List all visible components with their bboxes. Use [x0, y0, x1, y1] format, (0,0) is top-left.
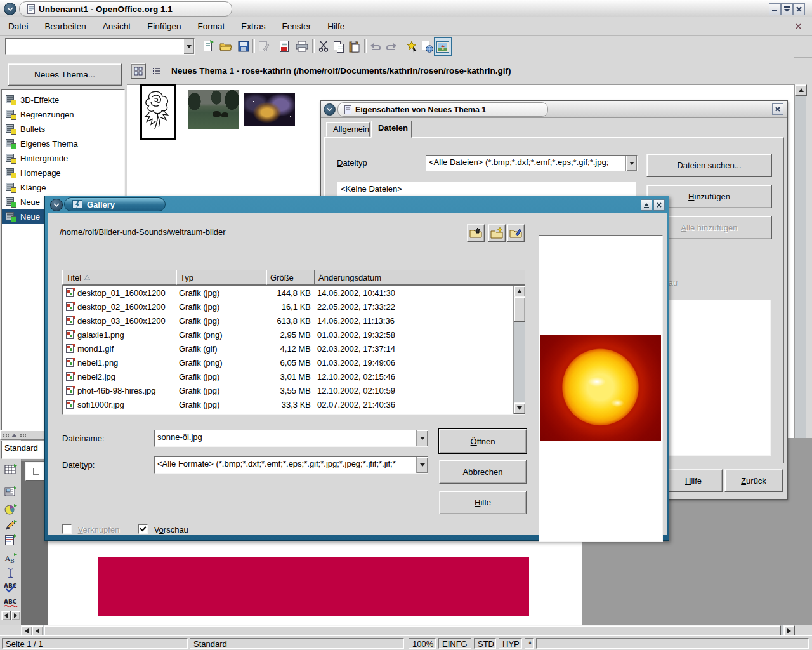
maximize-button[interactable] [781, 3, 793, 15]
menu-item[interactable]: Bearbeiten [37, 19, 95, 34]
status-hyperlink-mode[interactable]: HYP [499, 638, 522, 649]
scroll-right-button[interactable] [783, 625, 795, 636]
filetype-combobox[interactable]: <Alle Formate> (*.bmp;*.dxf;*.emf;*.eps;… [154, 456, 428, 474]
menu-item[interactable]: Format [189, 19, 233, 34]
main-titlebar[interactable]: Unbenannt1 - OpenOffice.org 1.1 [0, 0, 812, 18]
thumbnail-nebula[interactable] [244, 93, 295, 126]
redo-button[interactable] [383, 38, 398, 55]
horizontal-scrollbar[interactable] [21, 625, 794, 635]
filename-combobox[interactable]: sonne-öl.jpg [154, 430, 428, 447]
copy-button[interactable] [331, 38, 346, 55]
column-header-typ[interactable]: Typ [176, 270, 266, 285]
scroll-left-button[interactable] [21, 625, 32, 636]
insert-table-button[interactable] [3, 461, 18, 477]
file-row[interactable]: nebel2.jpg Grafik (jpg) 3,01 MB 12.10.20… [63, 369, 525, 383]
file-table-scrollbar[interactable] [513, 286, 525, 414]
column-header-aenderungsdatum[interactable]: Änderungsdatum [315, 270, 525, 285]
table-scroll-up[interactable] [514, 286, 525, 297]
file-row[interactable]: desktop_01_1600x1200 Grafik (jpg) 144,8 … [63, 286, 525, 300]
insert-fields-button[interactable] [3, 532, 18, 548]
menu-item[interactable]: Einfügen [139, 19, 189, 34]
ruler-corner[interactable] [25, 462, 46, 481]
minimize-button[interactable] [769, 3, 781, 15]
link-checkbox-group[interactable]: Verknüpfen [62, 524, 119, 534]
scroll-up-button[interactable] [795, 84, 807, 96]
icon-view-button[interactable] [131, 63, 146, 79]
gallery-splitter[interactable] [0, 430, 49, 440]
table-scroll-down[interactable] [514, 402, 525, 414]
new-theme-button[interactable]: Neues Thema... [8, 63, 122, 86]
file-row[interactable]: galaxie1.png Grafik (png) 2,95 MB 01.03.… [63, 328, 525, 342]
gallery-theme-item[interactable]: Homepage [2, 166, 124, 180]
menu-item[interactable]: Fenster [274, 19, 320, 34]
open-button[interactable]: Öffnen [439, 429, 527, 453]
gallery-theme-item[interactable]: Eigenes Thema [2, 136, 124, 151]
url-value[interactable] [6, 39, 183, 54]
preview-checkbox[interactable] [138, 524, 148, 534]
close-document-button[interactable] [793, 21, 803, 31]
cut-button[interactable] [316, 38, 331, 55]
menu-item[interactable]: Ansicht [95, 19, 139, 34]
status-selection-mode[interactable]: STD [474, 638, 496, 649]
menu-item[interactable]: Extras [233, 19, 273, 34]
filename-dropdown-button[interactable] [416, 430, 428, 446]
thumbnail-horses[interactable] [188, 90, 239, 129]
paste-button[interactable] [346, 38, 362, 55]
draw-functions-button[interactable] [404, 38, 419, 55]
status-zoom[interactable]: 100% [409, 638, 436, 649]
gallery-theme-item[interactable]: Bullets [2, 122, 124, 136]
link-checkbox[interactable] [62, 524, 72, 534]
toolbar-scroll-right-button[interactable] [11, 611, 20, 620]
gallery-theme-item[interactable]: Begrenzungen [2, 107, 124, 122]
gallery-button[interactable] [434, 37, 452, 56]
up-one-level-button[interactable] [467, 224, 485, 242]
column-header-titel[interactable]: Titel [62, 270, 176, 285]
menu-item[interactable]: Datei [0, 19, 37, 34]
column-header-groesse[interactable]: Größe [266, 270, 315, 285]
tab-dateien[interactable]: Dateien [371, 121, 412, 138]
document-color-rectangle[interactable] [98, 557, 529, 616]
file-row[interactable]: phot-46b-98-hires.jpg Grafik (jpg) 3,55 … [63, 383, 525, 397]
toolbar-scroll-left-button[interactable] [1, 611, 11, 620]
list-view-button[interactable] [150, 64, 164, 78]
file-row[interactable]: nebel1.png Grafik (png) 6,05 MB 01.03.20… [63, 355, 525, 369]
help-button[interactable]: Hilfe [439, 491, 527, 514]
filetype-dropdown-button[interactable] [625, 156, 637, 171]
save-button[interactable] [236, 38, 251, 55]
open-button[interactable] [218, 38, 233, 55]
filetype-dropdown-button[interactable] [416, 457, 428, 473]
create-new-directory-button[interactable] [488, 224, 506, 242]
menu-item[interactable]: Hilfe [319, 19, 353, 34]
filetype-value[interactable]: <Alle Formate> (*.bmp;*.dxf;*.emf;*.eps;… [155, 457, 416, 473]
undo-button[interactable] [368, 38, 383, 55]
properties-help-button[interactable]: Hilfe [664, 469, 723, 492]
print-button[interactable] [294, 38, 310, 55]
insert-special-char-button[interactable]: AB [3, 550, 18, 566]
spellcheck-button[interactable]: ABC [3, 579, 18, 595]
back-button[interactable]: Zurück [724, 469, 783, 492]
hyperlink-document-button[interactable] [419, 38, 435, 55]
status-page-style[interactable]: Standard [190, 638, 404, 649]
edit-file-button[interactable] [256, 38, 272, 55]
file-row[interactable]: sofi1000r.jpg Grafik (jpg) 33,3 KB 02.07… [63, 397, 525, 411]
table-scroll-thumb[interactable] [514, 296, 525, 322]
close-button[interactable] [793, 3, 805, 15]
hscrollbar-thumb[interactable] [44, 625, 781, 636]
status-page-info[interactable]: Seite 1 / 1 [2, 638, 188, 649]
status-insert-mode[interactable]: EINFG [438, 638, 471, 649]
tab-allgemein[interactable]: Allgemein [326, 122, 370, 137]
find-files-button[interactable]: Dateien suchen... [646, 154, 772, 177]
filetype-combobox[interactable]: <Alle Dateien> (*.bmp;*.dxf;*.emf;*.eps;… [426, 155, 638, 171]
default-directory-button[interactable] [507, 224, 525, 242]
preview-checkbox-group[interactable]: Vorschau [138, 524, 188, 534]
properties-title-pill[interactable]: Eigenschaften von Neues Thema 1 [337, 102, 548, 117]
filetype-value[interactable]: <Alle Dateien> (*.bmp;*.dxf;*.emf;*.eps;… [426, 156, 625, 171]
url-dropdown-button[interactable] [183, 39, 194, 54]
autospellcheck-button[interactable]: ABC [3, 595, 18, 611]
url-combobox[interactable] [5, 38, 195, 55]
file-dialog-close-button[interactable] [653, 199, 665, 211]
file-row[interactable]: mond1.gif Grafik (gif) 4,12 MB 02.03.200… [63, 342, 525, 355]
cancel-button[interactable]: Abbrechen [439, 460, 527, 484]
file-row[interactable]: desktop_03_1600x1200 Grafik (jpg) 613,8 … [63, 314, 525, 328]
properties-titlebar[interactable]: Eigenschaften von Neues Thema 1 [321, 101, 787, 118]
